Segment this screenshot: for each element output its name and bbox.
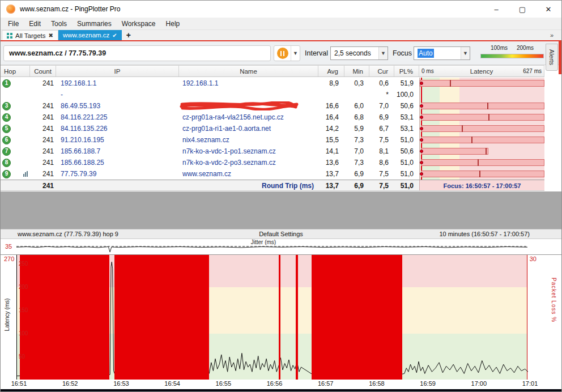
hop-number-badge: 3 (2, 102, 11, 110)
footer-pl: 51,0 (394, 180, 419, 190)
legend-100ms-label: 100ms (491, 45, 508, 51)
name-cell (179, 89, 318, 100)
interval-select[interactable]: 2,5 seconds ▼ (330, 46, 388, 60)
menu-item-file[interactable]: File (3, 18, 24, 30)
avg-cell: 15,5 (318, 134, 344, 146)
table-row[interactable]: 624191.210.16.195nix4.seznam.cz15,57,37,… (1, 134, 544, 146)
packet-loss-cell: 53,1 (394, 123, 419, 134)
targets-grid-icon (7, 33, 12, 39)
latency-marker-tick (487, 103, 488, 109)
latency-marker-tick (486, 148, 487, 155)
app-window: www.seznam.cz - PingPlotter Pro – ▢ ✕ Fi… (0, 0, 562, 392)
hop-cell: 4 (1, 112, 30, 123)
name-cell: n7k-ko-a-vdc-2-po3.seznam.cz (179, 157, 318, 168)
latency-minigraph-cell (419, 78, 544, 89)
table-row[interactable]: 524184.116.135.226cz-prg01a-ri1-ae1-0.ao… (1, 123, 544, 134)
avg-cell: 16,6 (318, 100, 344, 112)
menu-item-summaries[interactable]: Summaries (72, 18, 117, 30)
packet-loss-cell: 51,0 (394, 134, 419, 146)
header-ip[interactable]: IP (56, 66, 179, 76)
latency-range-bar (421, 103, 544, 109)
count-cell: 241 (30, 112, 56, 123)
close-tab-icon[interactable]: ✖ (48, 32, 53, 39)
hop-cell (1, 89, 30, 100)
pause-dropdown[interactable]: ▼ (291, 46, 300, 61)
header-name[interactable]: Name (179, 66, 318, 76)
latency-range-bar (421, 114, 544, 121)
header-hop[interactable]: Hop (1, 66, 30, 76)
table-row[interactable]: 324186.49.55.19316,66,07,050,6 (1, 100, 544, 112)
overflow-chevrons-icon[interactable]: » (550, 32, 554, 39)
count-cell: 241 (30, 157, 56, 168)
focus-select[interactable]: Auto ▼ (414, 46, 470, 60)
packet-loss-cell: 50,6 (394, 146, 419, 157)
target-display[interactable]: www.seznam.cz / 77.75.79.39 (3, 45, 271, 61)
min-cell: 7,3 (344, 157, 369, 168)
packet-loss-axis-max: 30 (530, 255, 537, 262)
footer-ip-cell (56, 180, 179, 190)
latency-minigraph-cell (419, 100, 544, 112)
ip-cell: 91.210.16.195 (56, 134, 179, 146)
ip-cell: 86.49.55.193 (56, 100, 179, 112)
avg-cell: 16,4 (318, 112, 344, 123)
close-button[interactable]: ✕ (535, 1, 561, 18)
packet-loss-cell: 100,0 (394, 89, 419, 100)
menu-item-help[interactable]: Help (161, 18, 185, 30)
time-tick-label: 16:52 (59, 380, 82, 387)
header-latency[interactable]: 0 ms Latency 627 ms (419, 66, 544, 76)
table-row[interactable]: 8241185.66.188.25n7k-ko-a-vdc-2-po3.sezn… (1, 157, 544, 168)
latency-scale-max: 627 ms (523, 66, 542, 76)
tab-www-seznam[interactable]: www.seznam.cz ✔ (58, 30, 122, 40)
tab-all-targets[interactable]: All Targets ✖ (2, 30, 58, 40)
packet-loss-cell: 53,1 (394, 112, 419, 123)
header-cur[interactable]: Cur (369, 66, 394, 76)
cur-cell: 0,6 (369, 78, 394, 89)
latency-time-plot[interactable]: 25020015010050 (16, 255, 527, 380)
packet-loss-cell: 51,9 (394, 78, 419, 89)
alerts-side-tab[interactable]: Alerts (546, 44, 558, 71)
hop-cell: 9 (1, 168, 30, 180)
jitter-strip: 35 Jitter (ms) (1, 239, 561, 254)
table-row[interactable]: 1241192.168.1.1192.168.1.18,90,30,651,9 (1, 78, 544, 89)
header-avg[interactable]: Avg (318, 66, 344, 76)
min-cell: 0,3 (344, 78, 369, 89)
avg-cell: 14,2 (318, 123, 344, 134)
tab-strip: All Targets ✖ www.seznam.cz ✔ + (1, 30, 561, 40)
packet-loss-block (296, 255, 298, 380)
tab-label: All Targets (15, 32, 45, 39)
cur-cell: 7,5 (369, 134, 394, 146)
header-pl[interactable]: PL% (394, 66, 419, 76)
latency-tick-label: 50 (19, 353, 25, 360)
minimize-button[interactable]: – (483, 1, 509, 18)
table-row[interactable]: 924177.75.79.39www.seznam.cz13,76,97,551… (1, 168, 544, 180)
table-row[interactable]: -*100,0 (1, 89, 544, 100)
latency-range-bar (421, 171, 544, 177)
cur-cell: 7,5 (369, 168, 394, 180)
time-tick-label: 16:59 (416, 380, 439, 387)
cur-cell: 6,9 (369, 112, 394, 123)
header-count[interactable]: Count (30, 66, 56, 76)
menu-item-tools[interactable]: Tools (46, 18, 72, 30)
menu-item-workspace[interactable]: Workspace (117, 18, 161, 30)
min-cell: 7,0 (344, 146, 369, 157)
time-axis: 16:5116:5216:5316:5416:5516:5616:5716:58… (1, 380, 561, 389)
pause-button[interactable] (274, 46, 291, 61)
focus-value: Auto (418, 49, 434, 58)
new-tab-button[interactable]: + (122, 30, 135, 40)
cur-cell: 7,0 (369, 100, 394, 112)
menu-item-edit[interactable]: Edit (24, 18, 46, 30)
packet-loss-block (20, 255, 109, 380)
latency-range-bar (421, 148, 488, 155)
round-trip-row[interactable]: 241 Round Trip (ms) 13,7 6,9 7,5 51,0 Fo… (1, 180, 544, 191)
table-row[interactable]: 424184.116.221.225cz-prg01a-ra4-vla2156.… (1, 112, 544, 123)
current-latency-dot (420, 150, 423, 153)
hop-table-body: 1241192.168.1.1192.168.1.18,90,30,651,9-… (1, 78, 544, 180)
min-cell (344, 89, 369, 100)
maximize-button[interactable]: ▢ (509, 1, 535, 18)
trace-control: ▼ (274, 45, 300, 61)
table-row[interactable]: 7241185.66.188.7n7k-ko-a-vdc-1-po1.sezna… (1, 146, 544, 157)
header-min[interactable]: Min (344, 66, 369, 76)
timegraph-range-label[interactable]: 10 minutes (16:50:57 - 17:00:57) (439, 229, 530, 238)
alerts-indicator-strip (559, 41, 561, 74)
current-latency-dot (420, 104, 423, 108)
